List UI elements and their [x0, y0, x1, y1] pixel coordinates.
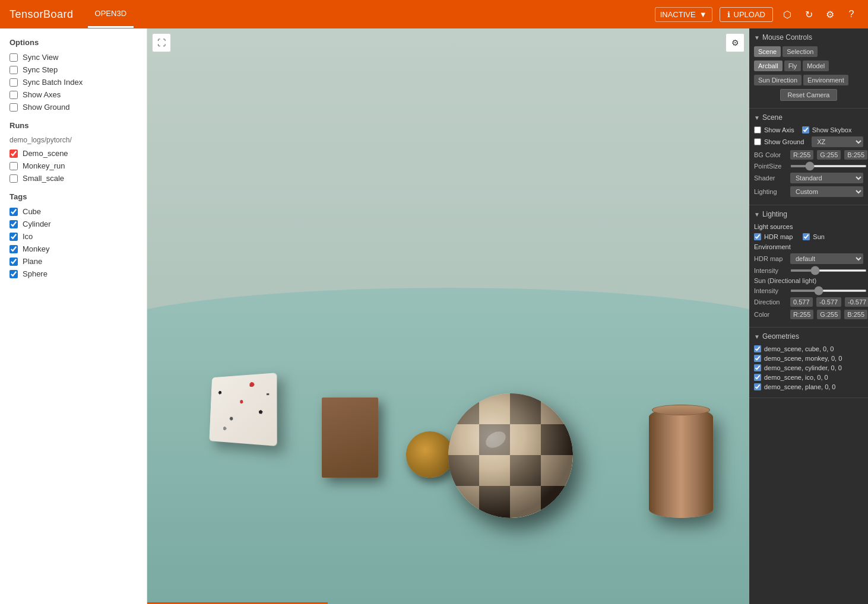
bg-color-b: B:255	[844, 150, 867, 160]
show-ground-checkbox[interactable]	[9, 103, 18, 112]
geometries-triangle-icon: ▼	[754, 333, 760, 340]
run-monkey-checkbox[interactable]	[9, 162, 18, 170]
lighting-header[interactable]: ▼ Lighting	[754, 210, 863, 218]
dir-z-input[interactable]: -0.577	[845, 297, 868, 307]
geometries-title: Geometries	[762, 332, 799, 341]
geo-cylinder: demo_scene, cylinder, 0, 0	[754, 364, 863, 371]
lighting-title: Lighting	[762, 210, 787, 218]
cylinder-object	[649, 408, 713, 518]
viewport-canvas	[147, 28, 749, 604]
sun-intensity-slider[interactable]	[790, 290, 867, 292]
viewport-settings: ⚙	[726, 33, 745, 52]
shader-row: Shader Standard	[754, 173, 863, 183]
environment-button[interactable]: Environment	[803, 75, 848, 85]
topnav-right: INACTIVE ▼ ℹ UPLOAD ⬡ ↻ ⚙ ?	[655, 7, 859, 22]
geo-cube-checkbox[interactable]	[754, 345, 761, 352]
lighting-row: Lighting Custom	[754, 186, 863, 197]
lighting-select[interactable]: Custom	[790, 186, 863, 197]
model-button[interactable]: Model	[803, 61, 829, 71]
geo-ico: demo_scene, ico, 0, 0	[754, 374, 863, 381]
geo-ico-checkbox[interactable]	[754, 374, 761, 381]
tag-plane-checkbox[interactable]	[9, 258, 18, 266]
hdr-map-select[interactable]: default	[790, 253, 863, 264]
right-panel: ▼ Mouse Controls Scene Selection Arcball…	[749, 28, 868, 604]
geometries-section: ▼ Geometries demo_scene, cube, 0, 0 demo…	[749, 328, 868, 398]
show-axis-label: Show Axis	[764, 126, 794, 133]
sync-step-checkbox[interactable]	[9, 66, 18, 74]
dir-y-input[interactable]: -0.577	[816, 297, 841, 307]
tag-cylinder-checkbox[interactable]	[9, 220, 18, 228]
hdr-map-label: HDR map	[764, 233, 793, 240]
settings-icon[interactable]: ⚙	[823, 7, 837, 21]
show-axis-checkbox[interactable]	[754, 126, 761, 133]
sun-color-row: Color R:255 G:255 B:255	[754, 310, 863, 319]
arcball-button[interactable]: Arcball	[754, 61, 783, 71]
ground-plane-select[interactable]: XZ	[812, 136, 863, 147]
intensity-slider[interactable]	[790, 269, 867, 272]
sync-step-label: Sync Step	[23, 65, 58, 74]
tag-cube: Cube	[9, 207, 137, 216]
show-ground-rp-row: Show Ground XZ	[754, 136, 863, 147]
sync-batch-checkbox[interactable]	[9, 78, 18, 87]
shader-select[interactable]: Standard	[790, 173, 863, 183]
svg-point-18	[448, 393, 573, 518]
hdr-map-checkbox[interactable]	[754, 233, 761, 240]
mouse-controls-header[interactable]: ▼ Mouse Controls	[754, 33, 863, 42]
selection-tab-button[interactable]: Selection	[783, 46, 818, 57]
lighting-triangle-icon: ▼	[754, 211, 760, 218]
shader-label: Shader	[754, 174, 787, 182]
geo-cylinder-label: demo_scene, cylinder, 0, 0	[764, 364, 842, 371]
show-axes-checkbox[interactable]	[9, 91, 18, 99]
show-ground-rp-checkbox[interactable]	[754, 138, 761, 145]
sun-title-row: Sun (Directional light)	[754, 277, 863, 284]
status-dropdown[interactable]: INACTIVE ▼	[655, 7, 712, 22]
sun-checkbox[interactable]	[803, 233, 810, 240]
geo-cube-label: demo_scene, cube, 0, 0	[764, 345, 834, 352]
geo-plane: demo_scene, plane, 0, 0	[754, 383, 863, 390]
run-item-monkey: Monkey_run	[9, 161, 137, 170]
sync-batch-label: Sync Batch Index	[23, 78, 83, 87]
sun-direction-button[interactable]: Sun Direction	[754, 75, 802, 85]
dir-x-input[interactable]: 0.577	[790, 297, 813, 307]
help-icon[interactable]: ?	[844, 7, 859, 21]
scene-section: ▼ Scene Show Axis Show Skybox Show Groun…	[749, 109, 868, 205]
plugin-icon[interactable]: ⬡	[780, 7, 794, 21]
scene-selection-btns: Scene Selection	[754, 46, 863, 57]
scene-triangle-icon: ▼	[754, 115, 760, 121]
environment-label-row: Environment	[754, 243, 863, 250]
show-skybox-checkbox[interactable]	[802, 126, 809, 133]
tag-ico-label: Ico	[23, 232, 33, 241]
fullscreen-button[interactable]: ⛶	[152, 33, 171, 52]
bg-color-g: G:255	[817, 150, 841, 160]
sun-color-b: B:255	[844, 310, 867, 319]
tag-monkey-label: Monkey	[23, 244, 50, 253]
run-demo-checkbox[interactable]	[9, 150, 18, 158]
bg-color-row: BG Color R:255 G:255 B:255	[754, 150, 863, 160]
geo-cylinder-checkbox[interactable]	[754, 364, 761, 371]
pointsize-label: PointSize	[754, 163, 787, 170]
open3d-tab[interactable]: OPEN3D	[88, 1, 134, 28]
geo-plane-checkbox[interactable]	[754, 383, 761, 390]
geo-plane-label: demo_scene, plane, 0, 0	[764, 383, 835, 390]
geo-monkey-checkbox[interactable]	[754, 355, 761, 362]
refresh-icon[interactable]: ↻	[802, 7, 816, 21]
scene-header[interactable]: ▼ Scene	[754, 113, 863, 122]
scene-tab-button[interactable]: Scene	[754, 46, 781, 57]
geometries-header[interactable]: ▼ Geometries	[754, 332, 863, 341]
tag-ico-checkbox[interactable]	[9, 233, 18, 241]
tag-cube-checkbox[interactable]	[9, 208, 18, 216]
tag-cylinder: Cylinder	[9, 220, 137, 228]
tag-monkey-checkbox[interactable]	[9, 245, 18, 253]
sync-view-checkbox[interactable]	[9, 53, 18, 62]
geo-monkey: demo_scene, monkey, 0, 0	[754, 355, 863, 362]
run-small-checkbox[interactable]	[9, 174, 18, 183]
pointsize-slider[interactable]	[790, 165, 867, 167]
option-sync-step: Sync Step	[9, 65, 137, 74]
reset-camera-button[interactable]: Reset Camera	[780, 89, 838, 101]
fly-button[interactable]: Fly	[784, 61, 802, 71]
show-ground-rp-label: Show Ground	[764, 138, 804, 145]
tag-sphere-checkbox[interactable]	[9, 270, 18, 278]
upload-button[interactable]: ℹ UPLOAD	[720, 7, 773, 22]
viewport-gear-icon[interactable]: ⚙	[726, 33, 745, 52]
show-axis-row: Show Axis Show Skybox	[754, 126, 863, 133]
